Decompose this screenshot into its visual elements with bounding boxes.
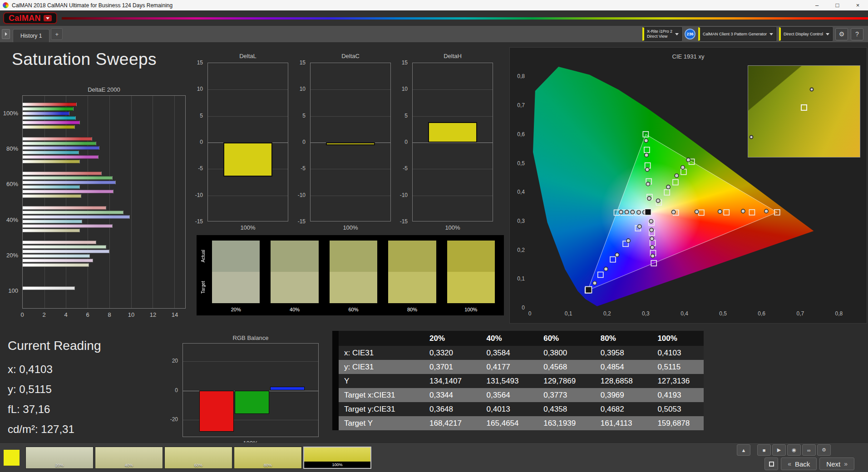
- sidebar-collapse-button[interactable]: [2, 29, 10, 39]
- table-header-row: 20%40%60%80%100%: [332, 331, 704, 346]
- logo-menu-button[interactable]: [44, 15, 52, 21]
- record-button[interactable]: ◉: [787, 444, 801, 456]
- measured-marker: [625, 210, 628, 214]
- back-button[interactable]: « Back: [781, 457, 817, 470]
- pattern-window-button[interactable]: [764, 457, 778, 470]
- bar: [23, 103, 77, 106]
- tab-history-1[interactable]: History 1: [13, 29, 49, 42]
- bar: [23, 259, 93, 262]
- settings-button[interactable]: ⚙: [835, 28, 848, 40]
- results-table: 20%40%60%80%100%x: CIE310,33200,35840,38…: [332, 331, 704, 430]
- current-reading-lines: x: 0,4103y: 0,5115fL: 37,16cd/m²: 127,31: [8, 359, 101, 439]
- measured-marker: [646, 167, 649, 171]
- table-cell: 134,1407: [419, 374, 476, 388]
- current-reading: Current Reading x: 0,4103y: 0,5115fL: 37…: [8, 339, 101, 439]
- pattern-generator-selector[interactable]: CalMAN Client 3 Pattern Generator: [698, 27, 776, 41]
- measured-marker: [764, 209, 768, 213]
- column-header: 20%: [419, 331, 476, 346]
- calman-logo[interactable]: CalMAN: [3, 12, 57, 24]
- y-tick-label: -10: [195, 192, 203, 198]
- bar: [23, 194, 81, 198]
- chart-title: DeltaC: [310, 53, 391, 59]
- display-control-selector[interactable]: Direct Display Control: [779, 27, 833, 41]
- table-cell: 0,3800: [533, 346, 590, 360]
- measured-marker: [644, 139, 648, 143]
- deltal-chart: DeltaL 151050-5-10-15 100%: [187, 53, 292, 234]
- row-label: Target Y: [339, 416, 419, 430]
- column-header: 80%: [590, 331, 647, 346]
- bar: [23, 125, 75, 129]
- help-button[interactable]: ?: [851, 28, 863, 40]
- cie-inset-zoom: [748, 65, 860, 157]
- x-tick-label: 0,7: [796, 310, 804, 317]
- meter-line2: Direct View: [647, 34, 672, 39]
- cie-y-axis-labels: 00,10,20,30,40,50,60,70,8: [510, 65, 528, 308]
- bar: [23, 181, 116, 184]
- pattern-generator-label: CalMAN Client 3 Pattern Generator: [703, 32, 767, 36]
- y-tick-label: 100%: [0, 95, 21, 131]
- color-comparison-strip: Actual Target 20%40%60%80%100%: [197, 235, 504, 315]
- pattern-swatch-label: 100%: [304, 462, 370, 468]
- reading-line: x: 0,4103: [8, 359, 101, 379]
- x-tick-label: 6: [86, 311, 89, 318]
- y-tick-label: -5: [403, 165, 408, 172]
- pattern-swatch-60%[interactable]: 60%: [164, 447, 232, 469]
- measured-marker: [681, 166, 685, 169]
- table-cell: 0,4854: [590, 360, 647, 374]
- stop-button[interactable]: ■: [757, 444, 771, 456]
- measured-marker: [593, 281, 597, 285]
- x-tick-label: 8: [108, 311, 111, 318]
- y-tick-label: 0,2: [517, 247, 525, 253]
- measured-marker: [650, 228, 653, 231]
- meter-selector[interactable]: X-Rite i1Pro 2 Direct View: [642, 27, 682, 41]
- table-cell: 0,3564: [476, 388, 533, 402]
- pattern-swatch-20%[interactable]: 20%: [25, 447, 94, 469]
- bottom-bar: 20%40%60%80%100% ▲■▶◉∞⚙ « Back Next »: [0, 442, 868, 472]
- y-tick-label: 15: [197, 59, 203, 66]
- settings-button[interactable]: ⚙: [817, 444, 831, 456]
- pattern-swatch-40%[interactable]: 40%: [95, 447, 163, 469]
- minimize-button[interactable]: –: [807, 0, 827, 10]
- x-tick-label: 2: [42, 311, 45, 318]
- compare-label: 60%: [330, 303, 377, 315]
- y-tick-label: 0,6: [517, 131, 525, 138]
- gridline: [413, 169, 493, 169]
- table-cell: 0,4358: [533, 402, 590, 416]
- bar: [23, 185, 80, 189]
- pattern-swatch-100%[interactable]: 100%: [303, 447, 371, 469]
- measured-marker: [686, 158, 690, 162]
- y-tick-label: 0: [522, 305, 525, 311]
- measured-marker: [649, 219, 653, 223]
- x-tick-label: 0: [528, 310, 532, 317]
- reading-line: cd/m²: 127,31: [8, 419, 101, 439]
- close-button[interactable]: ×: [848, 0, 868, 10]
- maximize-button[interactable]: □: [827, 0, 848, 10]
- eject-button[interactable]: ▲: [737, 444, 750, 456]
- bar-group: [23, 98, 185, 133]
- help-icon: ?: [855, 30, 859, 38]
- measured-marker: [695, 210, 699, 213]
- table-cell: 0,5115: [646, 360, 704, 374]
- pattern-swatch-80%[interactable]: 80%: [234, 447, 302, 469]
- chart-title: DeltaL: [207, 53, 288, 59]
- deltae-plot: [22, 95, 186, 309]
- compare-columns: 20%40%60%80%100%: [207, 241, 499, 315]
- next-button[interactable]: Next »: [819, 457, 854, 470]
- x-tick-label: 0,1: [565, 310, 572, 317]
- deltae-y-axis-labels: 100%80%60%40%20%100: [0, 95, 21, 309]
- table-cell: 129,7869: [533, 374, 590, 388]
- add-tab-button[interactable]: +: [51, 28, 63, 40]
- cie-chart-title: CIE 1931 xy: [510, 53, 867, 60]
- loop-button[interactable]: ∞: [802, 444, 816, 456]
- table-strip: [332, 388, 339, 402]
- table-row: Target Y168,4217165,4654163,1939161,4113…: [332, 416, 704, 430]
- play-button[interactable]: ▶: [772, 444, 786, 456]
- table-row: Y134,1407131,5493129,7869128,6858127,313…: [332, 374, 704, 388]
- compare-label: 20%: [212, 303, 260, 315]
- inset-circle-marker: [750, 135, 754, 139]
- y-tick-label: 15: [402, 59, 408, 66]
- bar: [23, 211, 123, 214]
- table-strip: [332, 360, 339, 374]
- chevron-down-icon: [769, 33, 773, 35]
- gridline: [208, 89, 288, 90]
